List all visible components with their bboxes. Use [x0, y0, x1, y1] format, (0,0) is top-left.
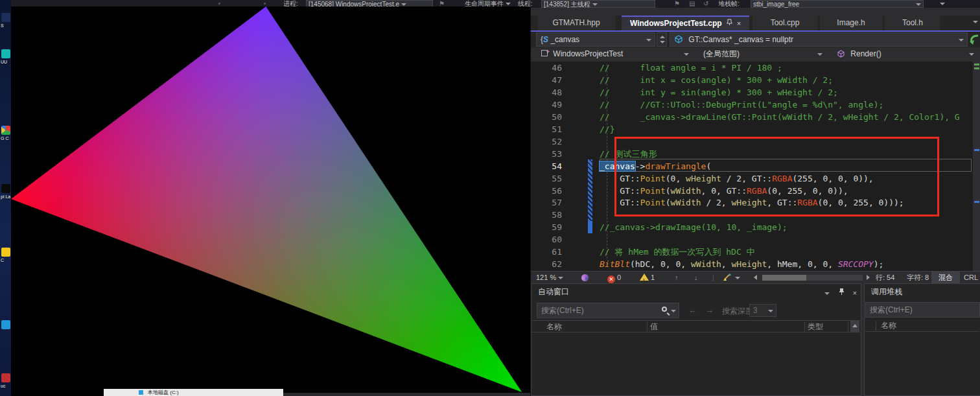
zoom-control[interactable]: 121 % — [536, 272, 563, 284]
autos-title: 自动窗口 — [531, 284, 861, 301]
line-number[interactable]: 62 — [531, 259, 572, 271]
line-number[interactable]: 57 — [531, 197, 572, 209]
line-number[interactable]: 56 — [531, 185, 572, 198]
datatip-combo[interactable]: GT::Canvas* _canvas = nullptr — [670, 32, 968, 47]
tab-gtmath-hpp[interactable]: GTMATH.hpp — [537, 16, 615, 30]
column-value[interactable]: 值 — [650, 321, 658, 332]
line-number[interactable]: 59 — [531, 222, 572, 234]
desktop-icon[interactable] — [1, 373, 10, 382]
next-issue-icon[interactable]: ↓ — [694, 272, 698, 284]
desktop-icon[interactable] — [1, 248, 10, 257]
error-icon: ✕ — [607, 275, 615, 283]
column-name[interactable]: 名称 — [546, 321, 562, 332]
scope-nav-bar: + WindowsProjectTest (全局范围) Render() — [531, 47, 980, 62]
method-cube-icon — [837, 50, 845, 58]
code-line[interactable]: 62BitBlt(hDC, 0, 0, wWidth, wHeight, hMe… — [531, 259, 980, 271]
autos-scroll-up-icon[interactable] — [850, 321, 859, 332]
tab-overflow-icon[interactable] — [973, 21, 978, 23]
column-name[interactable]: 名称 — [881, 320, 896, 331]
desktop-icon[interactable] — [1, 126, 10, 135]
code-line[interactable]: 51//} — [531, 124, 980, 136]
tab-label: GTMATH.hpp — [552, 18, 600, 27]
symbol-spinner[interactable] — [657, 32, 667, 47]
error-count[interactable]: ✕ 0 — [607, 272, 621, 284]
horizontal-scrollbar-thumb[interactable] — [762, 275, 806, 281]
autos-header-row: 名称 值 类型 — [532, 320, 860, 332]
horizontal-scrollbar[interactable] — [762, 275, 863, 281]
line-number[interactable]: 52 — [531, 136, 572, 148]
hscroll-left-icon[interactable] — [754, 272, 757, 284]
desktop-icon[interactable] — [1, 320, 10, 329]
code-line[interactable]: 48// int y = sin(angle) * 300 + wHeight … — [531, 87, 980, 99]
autos-window: 自动窗口 × 搜索(Ctrl+E) ← → 搜索深度: 3 — [531, 283, 861, 396]
line-number[interactable]: 50 — [531, 111, 572, 124]
background-window-sliver — [283, 393, 530, 396]
line-number[interactable]: 58 — [531, 209, 572, 222]
code-line[interactable]: 47// int x = cos(angle) * 300 + wWidth /… — [531, 75, 980, 87]
tab-tool-h[interactable]: Tool.h — [885, 16, 940, 30]
hscroll-right-icon[interactable] — [867, 272, 870, 284]
flag-icon-2[interactable]: ⚑ — [674, 0, 680, 8]
line-number[interactable]: 48 — [531, 87, 572, 99]
code-editor[interactable]: 46// float angle = i * PI / 180 ;47// in… — [531, 62, 980, 271]
stack-list-icon[interactable]: ▤ — [689, 0, 695, 8]
code-token: , hMem, 0, 0, — [767, 259, 838, 269]
callstack-search-input[interactable]: 搜索(Ctrl+E) — [865, 302, 980, 318]
tab-pin-icon[interactable] — [727, 19, 732, 27]
prev-issue-icon[interactable]: ↑ — [675, 272, 679, 284]
scroll-mark-blue — [974, 149, 979, 151]
toolbar-overflow-icon[interactable] — [940, 0, 945, 8]
code-line[interactable]: 50// _canvas->drawLine(GT::Point(wWidth … — [531, 111, 980, 124]
tab-windowsprojecttest-cpp[interactable]: WindowsProjectTest.cpp× — [622, 16, 749, 30]
line-number[interactable]: 46 — [531, 62, 572, 75]
callstack-title: 调用堆栈 — [865, 284, 980, 301]
search-forward-icon[interactable]: → — [705, 305, 714, 315]
unwind-icon[interactable]: ↺ — [703, 0, 708, 8]
desktop-icon[interactable] — [1, 49, 10, 58]
window-position-icon[interactable] — [824, 292, 830, 295]
line-text: // 将 hMem 的数据一次写入到 hDC 中 — [600, 246, 755, 259]
project-dropdown[interactable]: + WindowsProjectTest — [536, 47, 695, 62]
warning-count[interactable]: ! 1 — [640, 272, 655, 284]
code-line[interactable]: 49// //GT::UTool::DebugPrint(L"angle = %… — [531, 99, 980, 111]
column-indicator: 字符: 8 — [907, 272, 929, 284]
code-line[interactable]: 46// float angle = i * PI / 180 ; — [531, 62, 980, 75]
depth-dropdown[interactable]: 3 — [749, 304, 776, 317]
tab-image-h[interactable]: Image.h — [820, 16, 882, 30]
line-number[interactable]: 61 — [531, 246, 572, 259]
scroll-mark-green — [974, 67, 979, 69]
tab-tool-cpp[interactable]: Tool.cpp — [752, 16, 817, 30]
line-ending-mixed-badge[interactable]: 混合 — [931, 272, 960, 284]
pin-icon[interactable] — [839, 289, 845, 297]
explorer-window-strip[interactable]: 本地磁盘 (C:) — [104, 389, 283, 396]
desktop-icon[interactable] — [1, 13, 10, 22]
line-number[interactable]: 49 — [531, 99, 572, 111]
line-number[interactable]: 47 — [531, 75, 572, 87]
warning-icon: ! — [640, 274, 649, 281]
autos-search-input[interactable]: 搜索(Ctrl+E) — [537, 303, 679, 318]
code-line[interactable]: 60 — [531, 234, 980, 246]
editor-vertical-scrollbar[interactable] — [973, 62, 980, 271]
scope-dropdown[interactable]: (全局范围) — [698, 47, 829, 62]
code-line[interactable]: 59//_canvas->drawImage(10, 10, _image); — [531, 222, 980, 234]
line-number[interactable]: 55 — [531, 173, 572, 185]
frame-dropdown[interactable]: stbi_image_free — [751, 0, 924, 8]
symbol-combo[interactable]: {S _canvas — [536, 32, 655, 47]
search-back-icon[interactable]: ← — [688, 305, 697, 315]
desktop-icon[interactable] — [1, 184, 10, 193]
tab-close-icon[interactable]: × — [737, 19, 741, 27]
return-arrow-icon[interactable] — [969, 34, 980, 45]
line-number[interactable]: 60 — [531, 234, 572, 246]
code-line[interactable]: 61// 将 hMem 的数据一次写入到 hDC 中 — [531, 246, 980, 259]
code-cleanup-icon[interactable] — [723, 272, 740, 284]
line-number[interactable]: 53 — [531, 148, 572, 161]
method-dropdown[interactable]: Render() — [832, 47, 980, 62]
toolbar-grip-dot — [218, 3, 220, 5]
column-type[interactable]: 类型 — [808, 321, 823, 332]
thread-dropdown[interactable]: [143852] 主线程 — [541, 0, 655, 8]
line-text: //} — [600, 124, 614, 136]
intellicode-icon[interactable] — [581, 272, 589, 284]
line-number[interactable]: 51 — [531, 124, 572, 136]
line-number[interactable]: 54 — [531, 161, 572, 173]
close-icon[interactable]: × — [853, 289, 857, 297]
